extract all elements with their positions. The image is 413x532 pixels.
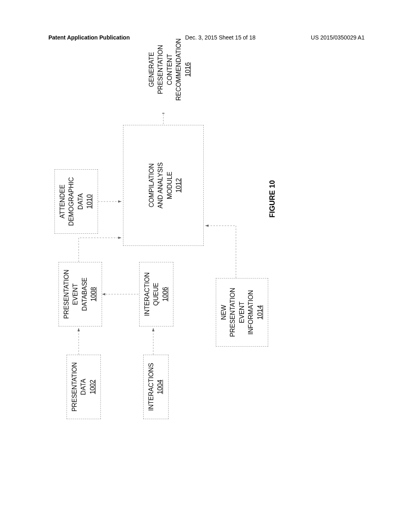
node-attendee-demo: ATTENDEE DEMOGRAPHIC DATA 1010 bbox=[54, 169, 98, 234]
node-label: DATABASE bbox=[80, 267, 89, 321]
node-label: PRESENTATION bbox=[156, 30, 165, 109]
node-label: GENERATE bbox=[147, 30, 156, 109]
header-left-text: Patent Application Publication bbox=[48, 34, 130, 41]
node-interactions: INTERACTIONS 1004 bbox=[143, 355, 169, 419]
node-compilation-label: COMPILATION AND ANALYSIS MODULE 1012 bbox=[147, 157, 184, 214]
node-label: COMPILATION bbox=[147, 157, 156, 214]
node-label: INFORMATION bbox=[246, 283, 255, 341]
node-label: AND ANALYSIS bbox=[156, 157, 165, 214]
node-ref: 1008 bbox=[89, 267, 98, 321]
node-label: QUEUE bbox=[152, 267, 161, 321]
node-label: PRESENTATION bbox=[228, 283, 237, 341]
node-ref: 1006 bbox=[161, 267, 170, 321]
node-label: PRESENTATION bbox=[62, 267, 71, 321]
node-label: EVENT bbox=[238, 283, 246, 341]
node-label: INTERACTION bbox=[143, 267, 152, 321]
node-label: EVENT bbox=[71, 267, 80, 321]
node-label: PRESENTATION bbox=[70, 360, 79, 414]
header-center-text: Dec. 3, 2015 Sheet 15 of 18 bbox=[185, 34, 255, 41]
node-label: DEMOGRAPHIC bbox=[67, 175, 76, 229]
header-right-text: US 2015/0350029 A1 bbox=[311, 34, 365, 41]
node-label: ATTENDEE bbox=[58, 175, 67, 229]
node-ref: 1004 bbox=[156, 360, 165, 414]
node-new-event-info: NEW PRESENTATION EVENT INFORMATION 1014 bbox=[216, 278, 268, 347]
node-label: RECOMMENDATION bbox=[174, 30, 183, 109]
node-label: CONTENT bbox=[165, 30, 174, 109]
node-interaction-queue: INTERACTION QUEUE 1006 bbox=[139, 262, 173, 326]
node-presentation-data: PRESENTATION DATA 1002 bbox=[67, 355, 101, 419]
node-ref: 1012 bbox=[174, 157, 183, 214]
figure-caption: FIGURE 10 bbox=[268, 180, 277, 218]
node-ref: 1014 bbox=[256, 283, 265, 341]
node-label: DATA bbox=[76, 175, 85, 229]
node-ref: 1010 bbox=[85, 175, 94, 229]
node-ref: 1016 bbox=[184, 30, 192, 109]
node-ref: 1002 bbox=[88, 360, 97, 414]
node-presentation-event-db: PRESENTATION EVENT DATABASE 1008 bbox=[58, 262, 102, 326]
node-label: NEW bbox=[219, 283, 228, 341]
node-label: MODULE bbox=[165, 157, 174, 214]
page-header: Patent Application Publication Dec. 3, 2… bbox=[0, 34, 413, 41]
figure-diagram: PRESENTATION DATA 1002 PRESENTATION EVEN… bbox=[34, 113, 381, 427]
node-generate-recommendation: GENERATE PRESENTATION CONTENT RECOMMENDA… bbox=[147, 30, 192, 109]
node-label: DATA bbox=[79, 360, 88, 414]
node-label: INTERACTIONS bbox=[147, 360, 156, 414]
